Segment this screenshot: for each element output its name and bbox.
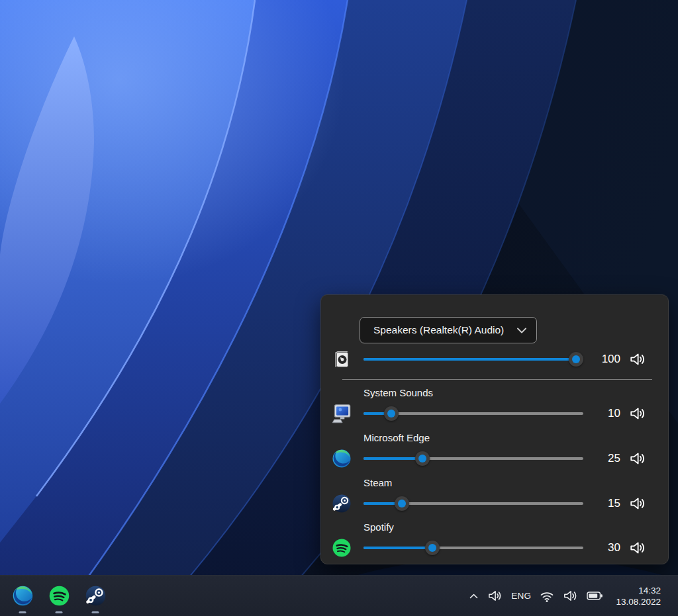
app-volume-slider[interactable] [363,451,583,466]
battery-icon[interactable] [587,591,603,601]
running-indicator [92,611,99,613]
slider-fill [363,358,576,361]
audio-device-dropdown[interactable]: Speakers (Realtek(R) Audio) [360,317,537,343]
app-volume-row: 30 [321,536,668,560]
app-volume-row: 10 [321,402,668,425]
app-volume-row: 25 [321,447,668,470]
app-mute-button[interactable] [628,539,647,557]
app-mute-button[interactable] [628,404,647,423]
edge-icon [11,584,34,607]
running-indicator [19,611,26,613]
system-tray: ENG 14:32 13.08.2022 [469,576,678,616]
taskbar-pinned-apps [10,576,119,616]
taskbar-clock[interactable]: 14:32 13.08.2022 [616,585,661,607]
app-name: Spotify [363,521,394,534]
spotify-icon [330,537,353,559]
slider-fill [363,457,422,460]
app-volume-slider[interactable] [363,540,583,556]
volume-icon [629,495,646,512]
slider-thumb[interactable] [395,496,409,511]
app-volume-value: 10 [590,407,620,420]
taskbar-item-edge[interactable] [10,576,35,616]
wifi-icon[interactable] [540,590,554,603]
slider-thumb[interactable] [415,451,430,466]
taskbar: ENG 14:32 13.08.2022 [0,575,678,616]
slider-fill [363,547,432,549]
speaker-device-icon [330,348,353,371]
app-name: Steam [363,476,392,490]
app-name: Microsoft Edge [363,431,430,445]
volume-icon [629,351,646,368]
chevron-up-icon[interactable] [469,593,479,599]
system-sounds-icon [330,402,353,425]
steam-icon [84,584,107,607]
slider-thumb[interactable] [425,541,440,555]
mixer-divider [342,379,652,380]
spotify-icon [48,584,71,607]
master-mute-button[interactable] [628,350,647,369]
volume-icon[interactable] [563,588,578,603]
app-volume-value: 25 [590,452,620,465]
audio-device-label: Speakers (Realtek(R) Audio) [373,324,504,336]
master-volume-row: 100 [321,347,668,371]
master-volume-value: 100 [590,353,620,366]
chevron-down-icon [517,328,526,333]
volume-icon[interactable] [487,588,503,603]
app-mute-button[interactable] [628,494,647,513]
app-volume-value: 30 [590,541,620,554]
clock-time: 14:32 [616,585,661,596]
slider-thumb[interactable] [384,406,399,421]
volume-icon [629,539,646,556]
clock-date: 13.08.2022 [616,596,661,607]
app-volume-value: 15 [590,497,620,510]
app-mute-button[interactable] [628,449,647,468]
app-volume-slider[interactable] [363,406,583,421]
edge-icon [330,447,353,470]
taskbar-item-spotify[interactable] [46,576,72,616]
slider-thumb[interactable] [569,352,583,367]
volume-icon [629,450,646,467]
app-volume-row: 15 [321,492,668,515]
steam-icon [330,492,353,515]
running-indicator [56,611,63,613]
master-volume-slider[interactable] [363,351,583,367]
volume-mixer-flyout: Speakers (Realtek(R) Audio) 100 [320,294,669,564]
taskbar-item-steam[interactable] [83,576,108,616]
volume-icon [629,405,646,422]
app-name: System Sounds [363,386,433,400]
language-indicator[interactable]: ENG [511,591,531,601]
app-volume-slider[interactable] [363,496,583,511]
